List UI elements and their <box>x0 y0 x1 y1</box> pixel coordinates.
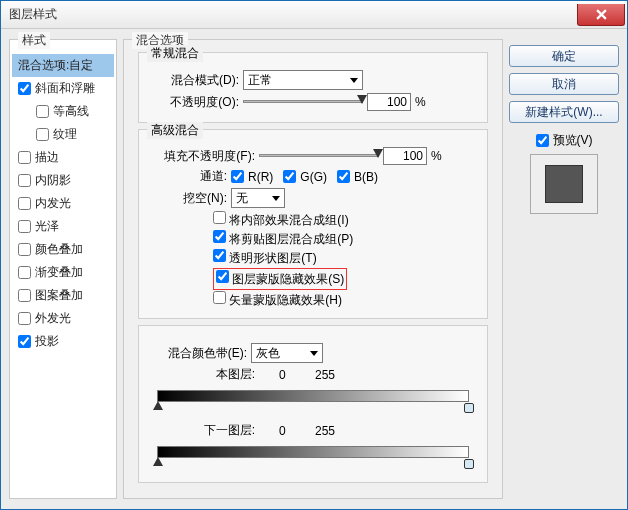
style-label: 颜色叠加 <box>35 241 83 258</box>
preview-label: 预览(V) <box>553 132 593 149</box>
styles-legend: 样式 <box>18 32 50 49</box>
adv-option-row: 透明形状图层(T) <box>147 249 479 267</box>
percent-label: % <box>415 95 426 109</box>
blend-if-select[interactable]: 灰色 <box>251 343 323 363</box>
knockout-label: 挖空(N): <box>169 190 227 207</box>
style-item[interactable]: 渐变叠加 <box>12 261 114 284</box>
blend-mode-value: 正常 <box>248 72 272 89</box>
channel-r-label: R(R) <box>248 170 273 184</box>
percent-label: % <box>431 149 442 163</box>
style-checkbox[interactable] <box>36 105 49 118</box>
adv-option-row: 将内部效果混合成组(I) <box>147 211 479 229</box>
blend-mode-label: 混合模式(D): <box>147 72 239 89</box>
opacity-input[interactable]: 100 <box>367 93 411 111</box>
ok-button[interactable]: 确定 <box>509 45 619 67</box>
style-label: 纹理 <box>53 126 77 143</box>
styles-fieldset: 样式 混合选项:自定斜面和浮雕等高线纹理描边内阴影内发光光泽颜色叠加渐变叠加图案… <box>9 39 117 499</box>
this-layer-min: 0 <box>259 368 311 382</box>
layer-style-dialog: 图层样式 样式 混合选项:自定斜面和浮雕等高线纹理描边内阴影内发光光泽颜色叠加渐… <box>0 0 628 510</box>
this-layer-slider[interactable] <box>157 386 469 408</box>
chevron-down-icon <box>310 351 318 356</box>
style-label: 内阴影 <box>35 172 71 189</box>
blend-if-value: 灰色 <box>256 345 280 362</box>
style-item[interactable]: 外发光 <box>12 307 114 330</box>
adv-option-checkbox[interactable] <box>213 291 226 304</box>
under-layer-label: 下一图层: <box>195 422 255 439</box>
knockout-select[interactable]: 无 <box>231 188 285 208</box>
style-item[interactable]: 混合选项:自定 <box>12 54 114 77</box>
opacity-slider[interactable] <box>243 95 363 109</box>
style-label: 内发光 <box>35 195 71 212</box>
close-icon <box>596 9 607 20</box>
style-item[interactable]: 颜色叠加 <box>12 238 114 261</box>
style-item[interactable]: 光泽 <box>12 215 114 238</box>
style-checkbox[interactable] <box>18 289 31 302</box>
style-checkbox[interactable] <box>18 312 31 325</box>
style-label: 等高线 <box>53 103 89 120</box>
style-checkbox[interactable] <box>18 197 31 210</box>
channel-g-checkbox[interactable] <box>283 170 296 183</box>
style-label: 图案叠加 <box>35 287 83 304</box>
new-style-button[interactable]: 新建样式(W)... <box>509 101 619 123</box>
style-item[interactable]: 图案叠加 <box>12 284 114 307</box>
advanced-blend-group: 高级混合 填充不透明度(F): 100 % 通道: R(R <box>138 129 488 319</box>
preview-box <box>530 154 598 214</box>
style-item[interactable]: 内发光 <box>12 192 114 215</box>
under-layer-min: 0 <box>259 424 311 438</box>
style-checkbox[interactable] <box>18 82 31 95</box>
style-checkbox[interactable] <box>36 128 49 141</box>
style-item[interactable]: 等高线 <box>12 100 114 123</box>
window-title: 图层样式 <box>9 6 577 23</box>
adv-option-checkbox[interactable] <box>213 211 226 224</box>
close-button[interactable] <box>577 4 625 26</box>
channel-r-checkbox[interactable] <box>231 170 244 183</box>
adv-option-label: 将内部效果混合成组(I) <box>229 213 348 227</box>
blend-if-group: 混合颜色带(E): 灰色 本图层: 0 255 <box>138 325 488 483</box>
style-checkbox[interactable] <box>18 174 31 187</box>
style-label: 外发光 <box>35 310 71 327</box>
under-layer-slider[interactable] <box>157 442 469 464</box>
blending-options-panel: 混合选项 常规混合 混合模式(D): 正常 不透明度( <box>123 39 503 499</box>
style-item[interactable]: 纹理 <box>12 123 114 146</box>
channel-b-checkbox[interactable] <box>337 170 350 183</box>
right-panel: 确定 取消 新建样式(W)... 预览(V) <box>509 39 619 499</box>
blend-mode-select[interactable]: 正常 <box>243 70 363 90</box>
style-checkbox[interactable] <box>18 335 31 348</box>
adv-option-row: 矢量蒙版隐藏效果(H) <box>147 291 479 309</box>
channel-b-label: B(B) <box>354 170 378 184</box>
styles-list: 混合选项:自定斜面和浮雕等高线纹理描边内阴影内发光光泽颜色叠加渐变叠加图案叠加外… <box>10 50 116 357</box>
preview-swatch <box>545 165 583 203</box>
style-checkbox[interactable] <box>18 220 31 233</box>
fill-opacity-slider[interactable] <box>259 149 379 163</box>
normal-blend-group: 常规混合 混合模式(D): 正常 不透明度(O): <box>138 52 488 123</box>
style-item[interactable]: 斜面和浮雕 <box>12 77 114 100</box>
adv-option-label: 透明形状图层(T) <box>229 251 316 265</box>
chevron-down-icon <box>350 78 358 83</box>
style-label: 渐变叠加 <box>35 264 83 281</box>
style-item[interactable]: 投影 <box>12 330 114 353</box>
style-item[interactable]: 描边 <box>12 146 114 169</box>
adv-option-row: 图层蒙版隐藏效果(S) <box>147 268 479 290</box>
fill-opacity-input[interactable]: 100 <box>383 147 427 165</box>
style-checkbox[interactable] <box>18 151 31 164</box>
adv-option-row: 将剪贴图层混合成组(P) <box>147 230 479 248</box>
adv-option-checkbox[interactable] <box>213 230 226 243</box>
adv-option-label: 矢量蒙版隐藏效果(H) <box>229 293 342 307</box>
advanced-blend-legend: 高级混合 <box>147 122 203 139</box>
style-checkbox[interactable] <box>18 266 31 279</box>
style-checkbox[interactable] <box>18 243 31 256</box>
blend-if-label: 混合颜色带(E): <box>147 345 247 362</box>
this-layer-label: 本图层: <box>195 366 255 383</box>
advanced-options-list: 将内部效果混合成组(I) 将剪贴图层混合成组(P) 透明形状图层(T) 图层蒙版… <box>147 211 479 309</box>
under-layer-max: 255 <box>315 424 335 438</box>
adv-option-label: 将剪贴图层混合成组(P) <box>229 232 353 246</box>
dialog-body: 样式 混合选项:自定斜面和浮雕等高线纹理描边内阴影内发光光泽颜色叠加渐变叠加图案… <box>1 29 627 509</box>
adv-option-checkbox[interactable] <box>213 249 226 262</box>
preview-checkbox[interactable] <box>536 134 549 147</box>
style-item[interactable]: 内阴影 <box>12 169 114 192</box>
style-label: 光泽 <box>35 218 59 235</box>
channel-label: 通道: <box>187 168 227 185</box>
fill-opacity-label: 填充不透明度(F): <box>147 148 255 165</box>
cancel-button[interactable]: 取消 <box>509 73 619 95</box>
adv-option-checkbox[interactable] <box>216 270 229 283</box>
